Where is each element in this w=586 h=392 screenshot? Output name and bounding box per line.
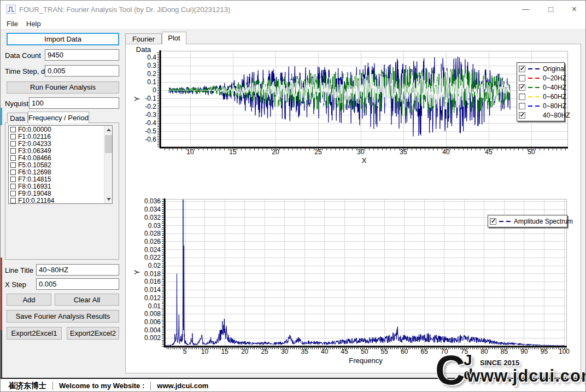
frequency-list-item[interactable]: F6:0.12698 (9, 168, 112, 175)
status-site-link[interactable]: www.jdcui.com (157, 382, 208, 390)
scroll-up-icon[interactable] (104, 126, 113, 134)
legend-line-sample (499, 221, 512, 222)
frequency-list-item[interactable]: F8:0.16931 (9, 183, 112, 190)
svg-text:0.014: 0.014 (144, 286, 161, 294)
svg-text:30: 30 (281, 348, 289, 355)
svg-text:0.012: 0.012 (144, 294, 161, 302)
legend-checkbox[interactable] (519, 112, 525, 119)
legend-label: 0~40HZ (543, 84, 566, 91)
svg-text:0: 0 (153, 86, 156, 94)
item-checkbox[interactable] (10, 184, 16, 189)
maximize-button[interactable]: □ (538, 1, 563, 18)
svg-text:0.03: 0.03 (148, 222, 161, 230)
item-label: F10:0.21164 (18, 197, 55, 204)
tab-data[interactable]: Data (7, 113, 28, 123)
svg-text:-0.4: -0.4 (145, 119, 156, 127)
item-checkbox[interactable] (10, 148, 16, 154)
svg-text:70: 70 (441, 348, 448, 355)
item-checkbox[interactable] (10, 141, 16, 147)
time-step-input[interactable] (45, 65, 119, 77)
item-label: F4:0.08466 (18, 154, 51, 162)
item-checkbox[interactable] (10, 162, 16, 168)
svg-text:-0.1: -0.1 (145, 95, 156, 102)
frequency-list-item[interactable]: F10:0.21164 (9, 197, 112, 204)
svg-text:95: 95 (541, 348, 548, 355)
svg-text:0.4: 0.4 (147, 54, 156, 61)
x-step-input[interactable] (36, 278, 119, 290)
tab-fourier-data[interactable]: Fourier Data (125, 33, 162, 44)
scroll-down-icon[interactable] (104, 195, 113, 203)
export-excel-2-button[interactable]: Export2Excel2 (67, 327, 119, 340)
add-button[interactable]: Add (7, 294, 51, 306)
close-button[interactable]: × (562, 1, 586, 18)
item-checkbox[interactable] (10, 155, 16, 161)
tab-plot[interactable]: Plot (162, 32, 186, 44)
frequency-list-item[interactable]: F9:0.19048 (9, 190, 112, 197)
clear-all-button[interactable]: Clear All (55, 294, 119, 306)
svg-text:15: 15 (221, 348, 228, 355)
legend-checkbox[interactable] (519, 75, 525, 81)
frequency-list-item[interactable]: F7:0.14815 (9, 175, 112, 183)
frequency-list-item[interactable]: F1:0.02116 (9, 133, 112, 140)
frequency-list-item[interactable]: F3:0.06349 (9, 147, 112, 154)
screen-edge-artifact (1, 330, 2, 385)
time-step-label: Time Step, dx (5, 67, 49, 75)
run-fourier-button[interactable]: Run Fourier Analysis (7, 81, 119, 93)
svg-text:90: 90 (520, 348, 528, 355)
menu-help[interactable]: Help (24, 19, 44, 29)
data-count-label: Data Count (5, 51, 41, 60)
item-label: F0:0.00000 (18, 126, 51, 133)
item-checkbox[interactable] (10, 134, 16, 139)
frequency-list-item[interactable]: F2:0.04233 (9, 140, 112, 147)
svg-text:50: 50 (361, 348, 368, 355)
item-label: F9:0.19048 (18, 190, 51, 197)
tab-frequency-period[interactable]: Frequency / Period (28, 112, 89, 123)
minimize-button[interactable]: — (513, 1, 538, 18)
window-title: FOUR_TRAN: Fourier Analysis Tool (by Dr.… (19, 5, 230, 14)
line-title-input[interactable] (36, 264, 119, 276)
svg-text:-0.6: -0.6 (145, 136, 156, 143)
frequency-list[interactable]: F0:0.00000F1:0.02116F2:0.04233F3:0.06349… (8, 125, 113, 204)
svg-text:-0.2: -0.2 (145, 103, 156, 110)
item-checkbox[interactable] (10, 191, 16, 196)
svg-text:0.022: 0.022 (144, 254, 161, 261)
svg-text:0.026: 0.026 (144, 238, 161, 245)
legend-checkbox[interactable] (519, 103, 525, 109)
svg-text:100: 100 (559, 348, 570, 355)
import-data-button[interactable]: Import Data (7, 33, 119, 45)
legend-entry: 0~60HZ (519, 92, 562, 101)
line-title-label: Line Title (5, 266, 33, 274)
frequency-list-item[interactable]: F5:0.10582 (9, 161, 112, 168)
scrollbar-thumb[interactable] (105, 135, 112, 153)
svg-text:20: 20 (241, 348, 249, 355)
save-results-button[interactable]: Save Fourier Analysis Results (7, 310, 119, 323)
status-bar: 崔济东博士 Welcome to my Website : www.jdcui.… (1, 378, 586, 392)
svg-text:0.032: 0.032 (144, 214, 161, 221)
status-divider (52, 382, 53, 390)
svg-text:65: 65 (421, 348, 429, 355)
frequency-list-scrollbar[interactable] (104, 126, 112, 203)
legend-checkbox[interactable] (519, 84, 525, 91)
item-checkbox[interactable] (10, 169, 16, 175)
nyquist-input[interactable] (29, 97, 119, 109)
legend-checkbox[interactable] (519, 93, 525, 100)
menu-file[interactable]: File (4, 19, 21, 29)
legend-checkbox[interactable] (490, 218, 496, 225)
legend-label: 0~20HZ (543, 74, 566, 82)
item-checkbox[interactable] (10, 198, 16, 203)
svg-text:Y: Y (133, 270, 141, 274)
svg-text:0.034: 0.034 (144, 206, 161, 213)
svg-text:0.02: 0.02 (148, 262, 161, 270)
frequency-list-item[interactable]: F0:0.00000 (9, 126, 112, 133)
data-count-input[interactable] (45, 49, 119, 61)
legend-checkbox[interactable] (519, 66, 525, 72)
frequency-list-item[interactable]: F4:0.08466 (9, 154, 112, 161)
legend-entry: 0~20HZ (519, 73, 562, 83)
export-excel-1-button[interactable]: Export2Excel1 (7, 327, 62, 340)
item-checkbox[interactable] (10, 177, 16, 182)
screen-edge-artifact (1, 108, 2, 125)
item-checkbox[interactable] (10, 127, 16, 132)
time-series-legend: Original0~20HZ0~40HZ0~60HZ0~80HZ40~80HZ (517, 62, 565, 121)
legend-label: Amplitude Spectrum (514, 218, 573, 225)
svg-text:45: 45 (485, 148, 493, 156)
